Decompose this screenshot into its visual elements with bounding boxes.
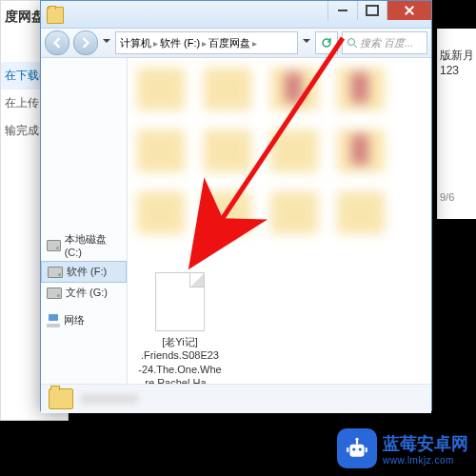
folder-icon — [47, 7, 64, 24]
watermark-url: www.lmkjz.com — [383, 455, 468, 466]
svg-rect-9 — [366, 447, 367, 452]
svg-rect-3 — [349, 445, 364, 457]
statusbar — [41, 384, 431, 413]
breadcrumb-item[interactable]: 计算机 — [120, 36, 151, 50]
network-icon — [47, 314, 60, 327]
disk-icon — [47, 240, 61, 251]
back-button[interactable] — [45, 30, 69, 55]
close-button[interactable] — [387, 1, 431, 20]
history-dropdown-icon[interactable] — [102, 33, 111, 52]
chevron-right-icon[interactable]: ▸ — [153, 38, 158, 49]
file-icon — [155, 272, 205, 331]
bg-right-date: 9/6 — [438, 96, 476, 298]
search-placeholder: 搜索 百度... — [360, 36, 413, 50]
tree-label: 文件 (G:) — [66, 286, 108, 300]
folder-icon — [49, 388, 73, 409]
disk-icon — [47, 288, 62, 299]
disk-icon — [48, 267, 63, 278]
bg-right-text: 版新月123 — [438, 29, 476, 96]
tree-item-disk-c[interactable]: 本地磁盘 (C:) — [41, 229, 127, 261]
watermark-title: 蓝莓安卓网 — [383, 434, 468, 453]
maximize-button[interactable] — [357, 1, 387, 20]
watermark: 蓝莓安卓网 www.lmkjz.com — [337, 428, 468, 468]
explorer-window: 计算机 ▸ 软件 (F:) ▸ 百度网盘 ▸ 搜索 百度... 本地磁盘 (C:… — [40, 0, 432, 411]
svg-point-4 — [352, 447, 355, 450]
watermark-robot-icon — [337, 428, 377, 468]
breadcrumb-item[interactable]: 软件 (F:) — [160, 36, 200, 50]
refresh-button[interactable] — [315, 31, 338, 54]
svg-point-5 — [359, 447, 362, 450]
svg-point-0 — [348, 39, 355, 46]
svg-line-1 — [354, 45, 357, 48]
navbar: 计算机 ▸ 软件 (F:) ▸ 百度网盘 ▸ 搜索 百度... — [41, 29, 431, 58]
breadcrumb-dropdown-icon[interactable] — [302, 33, 311, 52]
svg-point-7 — [355, 438, 358, 441]
svg-rect-8 — [347, 447, 348, 452]
status-text-blurred — [81, 394, 138, 404]
blurred-folders — [128, 58, 431, 244]
sidebar-tree: 本地磁盘 (C:) 软件 (F:) 文件 (G:) 网络 — [41, 58, 128, 384]
tree-item-disk-f[interactable]: 软件 (F:) — [41, 261, 127, 283]
search-input[interactable]: 搜索 百度... — [342, 31, 427, 54]
chevron-right-icon[interactable]: ▸ — [252, 38, 257, 49]
tree-label: 软件 (F:) — [67, 265, 107, 279]
breadcrumb-item[interactable]: 百度网盘 — [208, 36, 250, 50]
search-icon — [347, 37, 358, 49]
file-name: [老Yi记] .Friends.S08E23 -24.The.One.Whe r… — [137, 335, 223, 384]
tree-item-disk-g[interactable]: 文件 (G:) — [41, 283, 127, 303]
breadcrumb[interactable]: 计算机 ▸ 软件 (F:) ▸ 百度网盘 ▸ — [115, 31, 298, 54]
tree-item-network[interactable]: 网络 — [41, 310, 127, 330]
file-item[interactable]: [老Yi记] .Friends.S08E23 -24.The.One.Whe r… — [137, 272, 223, 384]
bg-right-panel: 版新月123 9/6 — [437, 29, 476, 219]
titlebar[interactable] — [41, 1, 431, 29]
tree-label: 本地磁盘 (C:) — [65, 232, 121, 258]
window-buttons — [327, 1, 431, 20]
chevron-right-icon[interactable]: ▸ — [202, 38, 207, 49]
forward-button[interactable] — [73, 30, 98, 55]
minimize-button[interactable] — [327, 1, 357, 20]
tree-label: 网络 — [64, 313, 85, 327]
file-pane[interactable]: [老Yi记] .Friends.S08E23 -24.The.One.Whe r… — [128, 58, 431, 384]
content-area: 本地磁盘 (C:) 软件 (F:) 文件 (G:) 网络 — [41, 58, 431, 384]
